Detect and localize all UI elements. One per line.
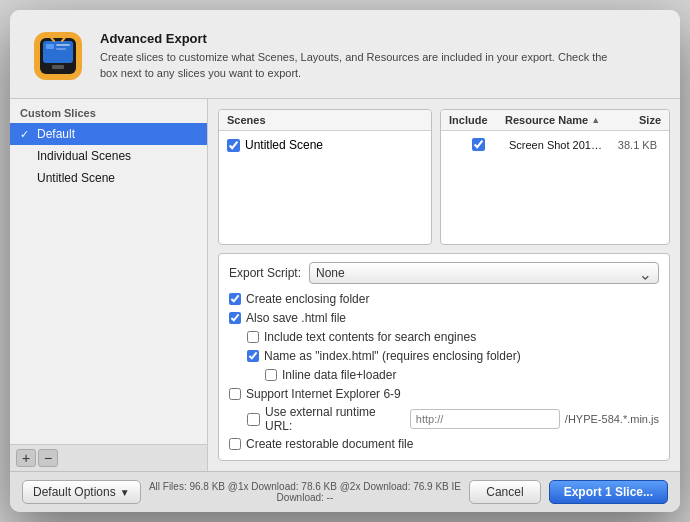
dialog: Advanced Export Create slices to customi… <box>10 10 680 512</box>
checkbox-create-enclosing-folder[interactable] <box>229 293 241 305</box>
scenes-panel: Scenes Untitled Scene <box>218 109 432 245</box>
dialog-description: Create slices to customize what Scenes, … <box>100 50 620 81</box>
svg-rect-6 <box>46 44 54 49</box>
default-options-button[interactable]: Default Options ▼ <box>22 480 141 504</box>
sidebar-spacer <box>10 189 207 444</box>
export-script-value: None <box>316 266 345 280</box>
checkbox-also-save-html[interactable] <box>229 312 241 324</box>
col-name-header: Resource Name ▲ <box>505 114 607 126</box>
sidebar: Custom Slices ✓ Default Individual Scene… <box>10 99 208 471</box>
footer-left: Default Options ▼ <box>22 480 141 504</box>
resources-panel-header: Include Resource Name ▲ Size <box>441 110 669 131</box>
scenes-panel-header: Scenes <box>219 110 431 131</box>
resource-row: Screen Shot 2018-02-15... 38.1 KB <box>445 135 665 154</box>
option-name-as-index: Name as "index.html" (requires enclosing… <box>229 348 659 364</box>
option-also-save-html: Also save .html file <box>229 310 659 326</box>
app-icon <box>30 28 86 84</box>
label-create-restorable: Create restorable document file <box>246 437 413 451</box>
sidebar-item-default[interactable]: ✓ Default <box>10 123 207 145</box>
footer-stats: All Files: 96.8 KB @1x Download: 78.6 KB… <box>149 481 462 503</box>
checkbox-support-ie[interactable] <box>229 388 241 400</box>
resource-name-cell: Screen Shot 2018-02-15... <box>509 139 603 151</box>
sidebar-item-untitled-scene[interactable]: Untitled Scene <box>10 167 207 189</box>
option-include-text-contents: Include text contents for search engines <box>229 329 659 345</box>
header-text: Advanced Export Create slices to customi… <box>100 31 620 81</box>
checkbox-inline-data[interactable] <box>265 369 277 381</box>
sidebar-section-label: Custom Slices <box>10 99 207 123</box>
scene-checkbox[interactable] <box>227 139 240 152</box>
sort-arrow-icon: ▲ <box>591 115 600 125</box>
options-dropdown-icon: ▼ <box>120 487 130 498</box>
right-panel: Scenes Untitled Scene Include Resource N… <box>208 99 680 471</box>
main-content: Custom Slices ✓ Default Individual Scene… <box>10 99 680 471</box>
resource-size-cell: 38.1 KB <box>609 139 657 151</box>
sidebar-label-individual: Individual Scenes <box>37 149 131 163</box>
url-suffix: /HYPE-584.*.min.js <box>565 413 659 425</box>
label-inline-data: Inline data file+loader <box>282 368 396 382</box>
checkbox-create-restorable[interactable] <box>229 438 241 450</box>
col-include-header: Include <box>449 114 499 126</box>
option-external-runtime-url: Use external runtime URL: /HYPE-584.*.mi… <box>229 405 659 433</box>
sidebar-checkmark-default: ✓ <box>20 128 32 141</box>
footer-right: Cancel Export 1 Slice... <box>469 480 668 504</box>
resources-panel-body: Screen Shot 2018-02-15... 38.1 KB <box>441 131 669 244</box>
export-script-label: Export Script: <box>229 266 301 280</box>
label-name-as-index: Name as "index.html" (requires enclosing… <box>264 349 521 363</box>
add-slice-button[interactable]: + <box>16 449 36 467</box>
export-button[interactable]: Export 1 Slice... <box>549 480 668 504</box>
sidebar-item-individual-scenes[interactable]: Individual Scenes <box>10 145 207 167</box>
label-include-text-contents: Include text contents for search engines <box>264 330 476 344</box>
checkbox-include-text-contents[interactable] <box>247 331 259 343</box>
option-create-restorable: Create restorable document file <box>229 436 659 452</box>
export-script-row: Export Script: None ⌃ <box>229 262 659 284</box>
resource-include-cell <box>453 138 503 151</box>
svg-rect-8 <box>56 48 66 50</box>
sidebar-toolbar: + − <box>10 444 207 471</box>
svg-rect-7 <box>56 44 70 46</box>
checkbox-use-external-runtime[interactable] <box>247 413 260 426</box>
option-inline-data: Inline data file+loader <box>229 367 659 383</box>
col-size-header: Size <box>613 114 661 126</box>
export-script-select[interactable]: None ⌃ <box>309 262 659 284</box>
default-options-label: Default Options <box>33 485 116 499</box>
option-create-enclosing-folder: Create enclosing folder <box>229 291 659 307</box>
dialog-header: Advanced Export Create slices to customi… <box>10 10 680 99</box>
remove-slice-button[interactable]: − <box>38 449 58 467</box>
sidebar-label-default: Default <box>37 127 75 141</box>
url-input[interactable] <box>410 409 560 429</box>
label-also-save-html: Also save .html file <box>246 311 346 325</box>
label-support-ie: Support Internet Explorer 6-9 <box>246 387 401 401</box>
scene-label: Untitled Scene <box>245 138 323 152</box>
sidebar-label-untitled: Untitled Scene <box>37 171 115 185</box>
resources-panel: Include Resource Name ▲ Size Screen Sh <box>440 109 670 245</box>
svg-rect-3 <box>52 65 64 69</box>
dialog-title: Advanced Export <box>100 31 620 46</box>
content-area: Scenes Untitled Scene Include Resource N… <box>218 109 670 245</box>
option-support-ie: Support Internet Explorer 6-9 <box>229 386 659 402</box>
options-area: Export Script: None ⌃ Create enclosing f… <box>218 253 670 461</box>
scenes-panel-body: Untitled Scene <box>219 131 431 244</box>
scene-row: Untitled Scene <box>223 135 427 155</box>
label-create-enclosing-folder: Create enclosing folder <box>246 292 369 306</box>
label-use-external-runtime: Use external runtime URL: <box>265 405 405 433</box>
footer: Default Options ▼ All Files: 96.8 KB @1x… <box>10 471 680 512</box>
checkbox-name-as-index[interactable] <box>247 350 259 362</box>
cancel-button[interactable]: Cancel <box>469 480 540 504</box>
select-arrow-icon: ⌃ <box>639 264 652 283</box>
resource-checkbox[interactable] <box>472 138 485 151</box>
